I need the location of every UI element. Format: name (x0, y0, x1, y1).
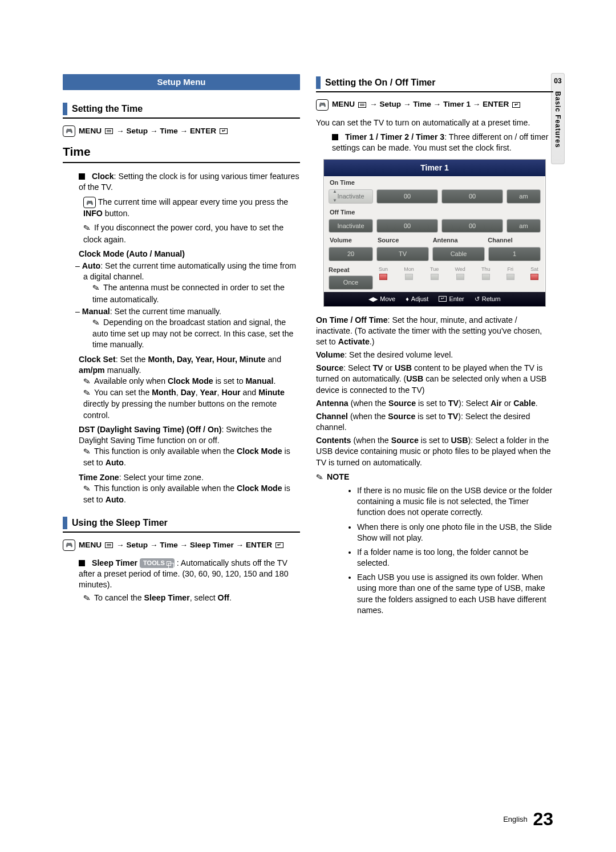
osd-volume-label: Volume (330, 236, 374, 245)
day-sat[interactable]: Sat (530, 266, 538, 280)
osd-on-hour[interactable]: 00 (376, 189, 438, 204)
onoff-time-para: On Time / Off Time: Set the hour, minute… (316, 315, 553, 348)
timers-item: Timer 1 / Timer 2 / Timer 3: Three diffe… (316, 132, 553, 153)
up-arrow-icon: ▲ (333, 189, 337, 195)
osd-channel-value[interactable]: 1 (488, 247, 541, 261)
page-footer: English 23 (503, 807, 553, 831)
preset-intro: You can set the TV to turn on automatica… (316, 117, 553, 128)
osd-footer: ◀▶ Move ♦ Adjust Enter ↺ Return (324, 292, 545, 306)
osd-adjust: ♦ Adjust (406, 295, 428, 303)
clock-set-note2: ✎You can set the Month, Day, Year, Hour … (63, 387, 300, 421)
note-hand-icon: ✎ (82, 445, 91, 458)
clock-item: Clock: Setting the clock is for using va… (63, 171, 300, 505)
clock-set: Clock Set: Set the Month, Day, Year, Hou… (63, 354, 300, 376)
note-hand-icon: ✎ (82, 387, 91, 399)
square-bullet-icon (332, 134, 338, 140)
osd-off-activate[interactable]: Inactivate (329, 219, 373, 233)
down-arrow-icon: ▼ (333, 198, 337, 204)
square-bullet-icon (79, 560, 85, 566)
note-hand-icon: ✎ (315, 471, 324, 484)
menu-path-time: 🎮 MENU → Setup → Time → ENTER (63, 125, 300, 137)
osd-repeat-days: Sun Mon Tue Wed Thu Fri Sat (376, 266, 541, 280)
osd-repeat-value[interactable]: Once (329, 275, 373, 290)
note-hand-icon: ✎ (82, 222, 91, 234)
volume-para: Volume: Set the desired volume level. (316, 350, 553, 360)
osd-on-minute[interactable]: 00 (441, 189, 503, 204)
dst-note: ✎This function is only available when th… (63, 446, 300, 468)
menu-icon (105, 128, 113, 134)
chapter-number: 03 (554, 76, 561, 86)
osd-off-ampm[interactable]: am (506, 219, 541, 233)
osd-return: ↺ Return (475, 295, 501, 303)
note-hand-icon: ✎ (91, 282, 100, 294)
day-fri[interactable]: Fri (506, 266, 514, 280)
square-bullet-icon (79, 173, 85, 180)
clock-mode-auto: Auto: Set the current time automatically… (63, 261, 300, 282)
enter-icon (512, 102, 520, 108)
sleep-cancel-note: ✎To cancel the Sleep Timer, select Off. (63, 593, 300, 604)
note-hand-icon: ✎ (82, 375, 91, 388)
section-setting-the-time: Setting the Time (63, 100, 300, 119)
note-item: If a folder name is too long, the folder… (357, 547, 553, 569)
note-hand-icon: ✎ (91, 317, 100, 329)
antenna-para: Antenna (when the Source is set to TV): … (316, 398, 553, 409)
enter-icon (439, 296, 447, 302)
osd-off-minute[interactable]: 00 (441, 219, 503, 233)
note-item: Each USB you use is assigned its own fol… (357, 572, 553, 616)
page-number: 23 (533, 809, 553, 829)
day-wed[interactable]: Wed (455, 266, 465, 280)
menu-button-icon: 🎮 (83, 197, 96, 208)
osd-enter: Enter (439, 295, 464, 303)
sleep-timer-item: Sleep Timer TOOLS : Automatically shuts … (63, 558, 300, 591)
menu-button-icon: 🎮 (316, 99, 329, 111)
osd-antenna-value[interactable]: Cable (432, 247, 485, 261)
menu-path-sleep-timer: 🎮 MENU → Setup → Time → Sleep Timer → EN… (63, 539, 300, 551)
tools-icon (167, 561, 171, 566)
day-thu[interactable]: Thu (481, 266, 491, 280)
auto-antenna-note: ✎The antenna must be connected in order … (63, 282, 300, 305)
osd-on-ampm[interactable]: am (506, 189, 541, 204)
dst: DST (Daylight Saving Time) (Off / On): S… (63, 424, 300, 446)
time-heading: Time (63, 144, 300, 163)
left-column: Setup Menu Setting the Time 🎮 MENU → Set… (63, 74, 300, 619)
day-sun[interactable]: Sun (379, 266, 388, 280)
setup-menu-heading: Setup Menu (63, 74, 300, 90)
section-sleep-timer: Using the Sleep Timer (63, 514, 300, 533)
enter-icon (275, 542, 283, 548)
osd-off-time-label: Off Time (324, 206, 545, 217)
section-onoff-timer: Setting the On / Off Timer (316, 74, 553, 92)
time-zone-note: ✎This function is only available when th… (63, 483, 300, 505)
manual-note: ✎Depending on the broadcast station and … (63, 317, 300, 351)
osd-channel-label: Channel (488, 236, 540, 245)
note-item: If there is no music file on the USB dev… (357, 485, 553, 518)
osd-repeat-label: Repeat (329, 266, 373, 275)
note-hand-icon: ✎ (82, 482, 91, 495)
osd-off-hour[interactable]: 00 (376, 219, 438, 233)
chapter-label: Basic Features (553, 91, 562, 148)
enter-icon (220, 128, 228, 134)
osd-move: ◀▶ Move (368, 295, 395, 303)
osd-source-label: Source (378, 236, 429, 245)
osd-source-value[interactable]: TV (376, 247, 429, 261)
day-tue[interactable]: Tue (430, 266, 439, 280)
note-item: When there is only one photo file in the… (357, 522, 553, 543)
note-block: ✎NOTE If there is no music file on the U… (316, 472, 553, 616)
menu-icon (105, 542, 113, 548)
osd-timer1: Timer 1 On Time ▲ Inactivate ▼ 00 00 am … (323, 159, 546, 306)
osd-antenna-label: Antenna (433, 236, 485, 245)
menu-button-icon: 🎮 (63, 125, 75, 137)
menu-icon (358, 102, 366, 108)
osd-on-time-label: On Time (324, 176, 545, 187)
contents-para: Contents (when the Source is set to USB)… (316, 435, 553, 468)
right-column: Setting the On / Off Timer 🎮 MENU → Setu… (316, 74, 553, 619)
note-hand-icon: ✎ (82, 592, 91, 604)
channel-para: Channel (when the Source is set to TV): … (316, 411, 553, 433)
source-para: Source: Select TV or USB content to be p… (316, 363, 553, 396)
menu-path-timer1: 🎮 MENU → Setup → Time → Timer 1 → ENTER (316, 99, 553, 111)
time-zone: Time Zone: Select your time zone. (63, 472, 300, 483)
osd-on-activate[interactable]: ▲ Inactivate ▼ (329, 189, 373, 204)
day-mon[interactable]: Mon (404, 266, 414, 280)
osd-volume-value[interactable]: 20 (329, 247, 373, 261)
clock-mode-manual: Manual: Set the current time manually. (63, 306, 300, 317)
language-label: English (503, 815, 528, 823)
